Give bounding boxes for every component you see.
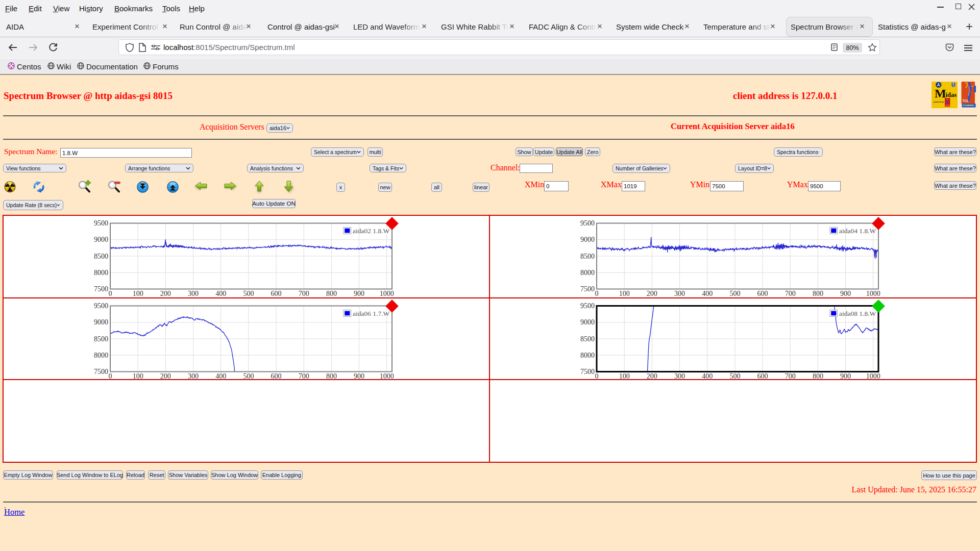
svg-text:600: 600 — [757, 372, 768, 380]
svg-text:100: 100 — [619, 290, 630, 297]
svg-text:0: 0 — [109, 290, 112, 297]
svg-text:300: 300 — [188, 290, 199, 297]
svg-text:8000: 8000 — [580, 269, 595, 277]
svg-text:400: 400 — [702, 372, 713, 380]
svg-text:800: 800 — [326, 290, 337, 297]
svg-text:300: 300 — [188, 372, 199, 380]
svg-text:800: 800 — [813, 372, 823, 380]
svg-text:9000: 9000 — [580, 318, 595, 326]
svg-text:TCL/TK: TCL/TK — [945, 105, 950, 107]
svg-text:aida02 1.8.W: aida02 1.8.W — [353, 227, 390, 235]
svg-text:8500: 8500 — [94, 335, 108, 343]
svg-text:9000: 9000 — [94, 236, 108, 243]
svg-text:100: 100 — [619, 372, 630, 380]
svg-text:900: 900 — [354, 290, 364, 297]
svg-text:300: 300 — [674, 372, 685, 380]
svg-text:500: 500 — [729, 372, 740, 380]
svg-text:8000: 8000 — [580, 352, 595, 359]
svg-text:0: 0 — [595, 372, 599, 380]
svg-text:9500: 9500 — [580, 302, 595, 310]
svg-text:9000: 9000 — [94, 318, 108, 326]
svg-text:9500: 9500 — [580, 219, 595, 227]
svg-text:8000: 8000 — [94, 352, 108, 359]
svg-text:powered by: powered by — [934, 101, 944, 103]
svg-text:1000: 1000 — [380, 290, 394, 297]
svg-text:8500: 8500 — [580, 253, 595, 260]
svg-text:9500: 9500 — [94, 219, 108, 227]
svg-text:aida08 1.8.W: aida08 1.8.W — [839, 310, 876, 317]
svg-text:500: 500 — [729, 290, 740, 297]
svg-text:400: 400 — [702, 290, 713, 297]
svg-text:7500: 7500 — [94, 285, 108, 293]
svg-text:TCL: TCL — [963, 99, 969, 103]
svg-text:aida06 1.7.W: aida06 1.7.W — [353, 310, 390, 317]
svg-text:9000: 9000 — [580, 236, 595, 243]
svg-text:POWERED: POWERED — [963, 104, 974, 107]
svg-text:200: 200 — [647, 290, 657, 297]
svg-text:900: 900 — [840, 372, 851, 380]
svg-text:1000: 1000 — [380, 372, 394, 380]
svg-text:8500: 8500 — [94, 253, 108, 260]
svg-text:7500: 7500 — [580, 285, 595, 293]
svg-text:500: 500 — [243, 290, 254, 297]
svg-text:1000: 1000 — [866, 290, 880, 297]
svg-text:aida04 1.8.W: aida04 1.8.W — [839, 227, 876, 235]
svg-text:700: 700 — [299, 372, 309, 380]
svg-text:900: 900 — [354, 372, 364, 380]
svg-text:100: 100 — [133, 372, 143, 380]
svg-text:100: 100 — [133, 290, 143, 297]
svg-text:8500: 8500 — [580, 335, 595, 343]
svg-text:700: 700 — [785, 372, 796, 380]
svg-text:200: 200 — [160, 290, 171, 297]
svg-text:600: 600 — [757, 290, 768, 297]
svg-text:700: 700 — [785, 290, 796, 297]
svg-text:M: M — [935, 87, 946, 100]
svg-text:900: 900 — [840, 290, 851, 297]
svg-text:7500: 7500 — [94, 368, 108, 375]
svg-text:700: 700 — [299, 290, 309, 297]
svg-text:400: 400 — [215, 290, 226, 297]
svg-text:400: 400 — [215, 372, 226, 380]
svg-text:1000: 1000 — [866, 372, 880, 380]
svg-text:200: 200 — [647, 372, 657, 380]
svg-text:0: 0 — [109, 372, 112, 380]
svg-text:9500: 9500 — [94, 302, 108, 310]
svg-text:600: 600 — [271, 372, 282, 380]
svg-text:300: 300 — [674, 290, 685, 297]
svg-text:200: 200 — [160, 372, 171, 380]
svg-text:0: 0 — [595, 290, 599, 297]
svg-text:600: 600 — [271, 290, 282, 297]
svg-text:7500: 7500 — [580, 368, 595, 375]
svg-text:800: 800 — [326, 372, 337, 380]
svg-text:500: 500 — [243, 372, 254, 380]
svg-text:8000: 8000 — [94, 269, 108, 277]
svg-text:idas: idas — [946, 91, 957, 98]
svg-text:800: 800 — [813, 290, 823, 297]
